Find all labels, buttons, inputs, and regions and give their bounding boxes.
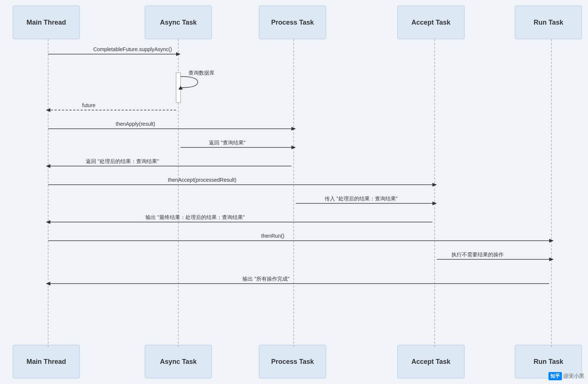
svg-text:返回 "处理后的结果：查询结果": 返回 "处理后的结果：查询结果"	[86, 158, 159, 164]
svg-marker-33	[549, 239, 554, 243]
actor-run-task-top: Run Task	[515, 6, 582, 39]
svg-text:传入 "处理后的结果：查询结果": 传入 "处理后的结果：查询结果"	[325, 196, 398, 202]
svg-marker-21	[46, 164, 50, 168]
watermark-site: 知乎	[548, 372, 562, 380]
svg-marker-9	[178, 86, 183, 90]
svg-text:执行不需要结果的操作: 执行不需要结果的操作	[451, 252, 504, 257]
svg-marker-27	[432, 202, 437, 205]
svg-text:输出 "所有操作完成": 输出 "所有操作完成"	[243, 276, 290, 282]
svg-text:future: future	[82, 102, 96, 108]
svg-marker-36	[549, 257, 554, 261]
svg-text:查询数据库: 查询数据库	[188, 70, 215, 76]
svg-rect-5	[176, 73, 181, 103]
sequence-diagram-svg: CompletableFuture.supplyAsync() 查询数据库 fu…	[0, 0, 588, 384]
svg-marker-7	[176, 52, 181, 56]
svg-text:thenAccept(processedResult): thenAccept(processedResult)	[168, 177, 237, 183]
watermark-author: @宋小黑	[563, 373, 584, 380]
svg-marker-30	[46, 220, 50, 224]
svg-marker-24	[432, 183, 437, 187]
svg-marker-12	[46, 108, 50, 112]
actor-async-task-bottom: Async Task	[145, 345, 212, 378]
actor-async-task-top: Async Task	[145, 6, 212, 39]
watermark: 知乎 @宋小黑	[548, 372, 584, 380]
actor-process-task-bottom: Process Task	[259, 345, 326, 378]
svg-text:CompletableFuture.supplyAsync(: CompletableFuture.supplyAsync()	[93, 46, 172, 52]
actor-accept-task-top: Accept Task	[397, 6, 465, 39]
actor-process-task-top: Process Task	[259, 6, 326, 39]
svg-text:thenApply(result): thenApply(result)	[116, 121, 155, 127]
svg-marker-18	[291, 146, 296, 149]
svg-marker-39	[46, 282, 50, 285]
diagram-container: Main Thread Async Task Process Task Acce…	[0, 0, 588, 384]
actor-accept-task-bottom: Accept Task	[397, 345, 465, 378]
svg-marker-15	[291, 127, 296, 131]
svg-text:输出 "最终结果：处理后的结果：查询结果": 输出 "最终结果：处理后的结果：查询结果"	[146, 214, 245, 220]
actor-main-thread-bottom: Main Thread	[13, 345, 80, 378]
actor-main-thread-top: Main Thread	[13, 6, 80, 39]
svg-text:thenRun(): thenRun()	[261, 233, 284, 239]
svg-text:返回 "查询结果": 返回 "查询结果"	[209, 140, 245, 146]
